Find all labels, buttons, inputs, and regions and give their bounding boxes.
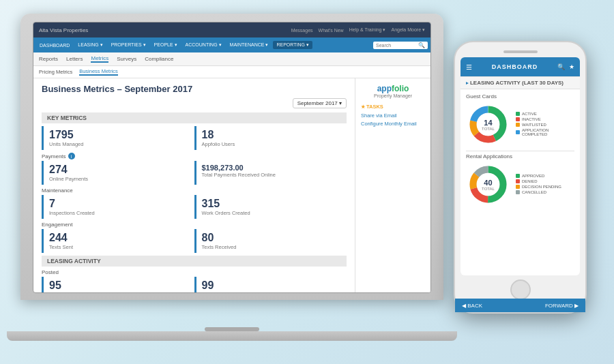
guest-total-label: TOTAL [482, 127, 495, 131]
legend-inactive: INACTIVE [516, 117, 574, 121]
nav-maintenance[interactable]: MAINTENANCE ▾ [226, 41, 272, 49]
search-icon: 🔍 [418, 42, 425, 48]
denied-dot [516, 179, 520, 183]
tab-compliance[interactable]: Compliance [145, 56, 173, 62]
phone-nav-icons: 🔍 ★ [557, 63, 574, 70]
units-label: Units Managed [49, 141, 184, 147]
appfolio-logo: appfolio Property Manager [361, 84, 425, 98]
phone-body: ☰ DASHBOARD 🔍 ★ ▸ LEASING ACTIVITY (LAST… [454, 41, 587, 314]
tab-surveys[interactable]: Surveys [117, 56, 136, 62]
share-email-link[interactable]: Share via Email [361, 112, 425, 119]
inspections-value: 7 [49, 198, 184, 210]
rental-total-number: 40 [482, 179, 495, 187]
phone-nav-title: DASHBOARD [492, 63, 538, 70]
laptop-body: Alta Vista Properties Messages What's Ne… [20, 14, 443, 300]
user-link[interactable]: Angela Moore ▾ [391, 27, 425, 33]
payments-info-icon: i [68, 153, 75, 160]
top-links: Messages What's New Help & Training ▾ An… [291, 27, 425, 33]
online-payments-label: Online Payments [49, 176, 184, 182]
tab-reports[interactable]: Reports [39, 56, 58, 62]
phone-search-icon[interactable]: 🔍 [557, 63, 565, 70]
legend-active: ACTIVE [516, 112, 574, 116]
workorders-value: 315 [202, 198, 336, 210]
help-link[interactable]: Help & Training ▾ [349, 27, 386, 33]
payments-grid: 274 Online Payments $198,273.00 Total Pa… [42, 161, 347, 185]
screen-top-bar: Alta Vista Properties Messages What's Ne… [33, 22, 430, 37]
posted-label: Posted [42, 269, 347, 275]
texts-received-value: 80 [202, 232, 336, 244]
guest-cards-label: Guest Cards [466, 93, 574, 100]
online-payments-value: 274 [49, 164, 184, 176]
inactive-label: INACTIVE [522, 117, 541, 121]
denied-label: DENIED [522, 179, 538, 183]
app-complete-dot [516, 130, 520, 134]
guest-legend: ACTIVE INACTIVE WAITLISTED APPLICAT [516, 112, 574, 138]
nav-reporting[interactable]: REPORTING ▾ [273, 41, 312, 49]
messages-link[interactable]: Messages [291, 28, 313, 33]
internet-posts-metric: 99 Internet Posts [194, 277, 342, 292]
search-input[interactable] [376, 43, 417, 48]
phone-screen: ☰ DASHBOARD 🔍 ★ ▸ LEASING ACTIVITY (LAST… [460, 57, 580, 275]
legend-waitlisted: WAITLISTED [516, 123, 574, 127]
subtab-business[interactable]: Business Metrics [79, 68, 118, 76]
nav-properties[interactable]: PROPERTIES ▾ [108, 41, 149, 49]
phone-section-header: ▸ LEASING ACTIVITY (LAST 30 DAYS) [460, 76, 580, 89]
main-content: Business Metrics – September 2017 Septem… [33, 78, 355, 292]
internet-posts-value: 99 [202, 279, 336, 292]
phone-content: Guest Cards [460, 89, 580, 215]
inspections-metric: 7 Inspections Created [42, 195, 189, 219]
guest-total-number: 14 [482, 119, 495, 127]
units-metric: 1795 Units Managed [42, 126, 189, 150]
hamburger-icon[interactable]: ☰ [466, 63, 472, 71]
website-posts-metric: 95 Website Posts [42, 277, 189, 292]
phone-section-label: LEASING ACTIVITY (LAST 30 DAYS) [470, 80, 564, 86]
users-metric: 18 Appfolio Users [194, 126, 342, 150]
cancelled-dot [516, 190, 520, 194]
texts-sent-metric: 244 Texts Sent [42, 229, 189, 253]
appfolio-sub-label: Property Manager [361, 93, 425, 98]
sub-tabs-row: Pricing Metrics Business Metrics [33, 66, 430, 78]
nav-leasing[interactable]: LEASING ▾ [74, 41, 106, 49]
nav-people[interactable]: PEOPLE ▾ [151, 41, 181, 49]
laptop-container: Alta Vista Properties Messages What's Ne… [20, 14, 443, 341]
laptop-screen: Alta Vista Properties Messages What's Ne… [33, 22, 431, 293]
website-posts-value: 95 [49, 279, 184, 292]
whats-new-link[interactable]: What's New [319, 28, 344, 33]
legend-decision-pending: DECISION PENDING [516, 185, 574, 189]
payments-label: Payments i [42, 153, 347, 160]
company-name: Alta Vista Properties [39, 27, 88, 33]
page-title: Business Metrics – September 2017 [42, 84, 347, 94]
total-payments-metric: $198,273.00 Total Payments Received Onli… [194, 161, 342, 185]
tasks-label: TASKS [361, 104, 425, 110]
nav-accounting[interactable]: ACCOUNTING ▾ [182, 41, 225, 49]
engagement-grid: 244 Texts Sent 80 Texts Received [42, 229, 347, 253]
nav-dashboard[interactable]: DASHBOARD [36, 42, 73, 49]
website-posts-label: Website Posts [49, 292, 184, 292]
rental-apps-label: Rental Applications [466, 153, 574, 160]
decision-pending-label: DECISION PENDING [522, 185, 561, 189]
texts-sent-value: 244 [49, 232, 184, 244]
users-label: Appfolio Users [202, 141, 336, 147]
date-filter-button[interactable]: September 2017 ▾ [293, 98, 347, 108]
internet-posts-label: Internet Posts [202, 292, 336, 292]
tab-letters[interactable]: Letters [66, 56, 83, 62]
active-dot [516, 112, 520, 116]
subtab-pricing[interactable]: Pricing Metrics [39, 69, 72, 75]
date-selector: September 2017 ▾ [42, 98, 347, 108]
app-complete-label: APPLICATION COMPLETED [522, 128, 574, 136]
phone-home-button[interactable] [510, 279, 531, 300]
guest-cards-donut: 14 TOTAL [466, 102, 510, 147]
appfolio-brand-name: appfolio [361, 84, 425, 93]
leasing-grid: 95 Website Posts 99 Internet Posts [42, 277, 347, 292]
tab-metrics[interactable]: Metrics [91, 55, 108, 63]
online-payments-metric: 274 Online Payments [42, 161, 189, 185]
guest-cards-chart-wrapper: 14 TOTAL ACTIVE INACTIVE [466, 102, 574, 147]
legend-app-complete: APPLICATION COMPLETED [516, 128, 574, 136]
workorders-metric: 315 Work Orders Created [194, 195, 342, 219]
rental-apps-donut: 40 TOTAL [466, 162, 510, 207]
key-metrics-header: KEY METRICS [42, 112, 347, 123]
phone-tasks-icon[interactable]: ★ [569, 63, 574, 70]
users-value: 18 [202, 129, 336, 141]
cancelled-label: CANCELLED [522, 190, 546, 194]
configure-email-link[interactable]: Configure Monthly Email [361, 121, 425, 127]
